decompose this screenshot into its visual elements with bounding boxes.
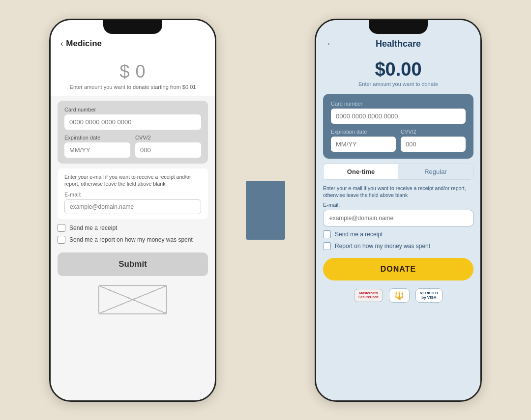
amount-section: $0.00 Enter amount you want to donate (316, 54, 480, 89)
cvv-label: CVV/2 (401, 129, 466, 135)
expiry-cvv-row: Expiration date CVV/2 (331, 129, 466, 152)
report-checkbox[interactable] (58, 236, 65, 244)
cvv-input[interactable] (401, 137, 466, 152)
phone-healthcare: ← Healthcare $0.00 Enter amount you want… (315, 19, 482, 402)
receipt-label: Send me a receipt (335, 231, 383, 238)
trident-icon: 🔱 (394, 291, 404, 300)
expiry-cvv-row: Expiration date CVV/2 (64, 135, 201, 158)
expiry-input[interactable] (331, 137, 396, 152)
expiry-input[interactable] (64, 142, 130, 158)
email-input[interactable] (323, 210, 473, 226)
frequency-toggle: One-time Regular (323, 164, 473, 180)
phone2-screen: ← Healthcare $0.00 Enter amount you want… (316, 20, 480, 400)
cvv-label: CVV/2 (135, 135, 201, 140)
cvv-field: CVV/2 (135, 135, 201, 158)
card-number-field: Card number (331, 101, 466, 124)
phone1-screen: ‹ Medicine $ 0 Enter amount you want to … (51, 20, 215, 400)
card-number-label: Card number (331, 101, 466, 107)
middle-divider (246, 181, 285, 240)
one-time-button[interactable]: One-time (324, 164, 398, 179)
page-title: Healthcare (376, 39, 421, 49)
payment-logos: MastercardSecureCode 🔱 VERIFIEDby VISA (316, 285, 480, 308)
card-number-label: Card number (64, 107, 201, 112)
receipt-checkbox-row[interactable]: Send me a receipt (323, 230, 473, 238)
donate-button[interactable]: DONATE (323, 258, 473, 280)
email-input[interactable] (64, 199, 201, 214)
page-title: Medicine (66, 39, 102, 49)
cvv-input[interactable] (135, 142, 201, 158)
receipt-hint: Enter your e-mail if you want to receive… (316, 185, 480, 202)
receipt-checkbox-row[interactable]: Send me a receipt (58, 224, 208, 232)
report-checkbox-row[interactable]: Send me a report on how my money was spe… (58, 236, 208, 244)
receipt-checkbox[interactable] (58, 224, 65, 232)
amount-section: $ 0 Enter amount you want to donate star… (51, 54, 215, 96)
report-label: Send me a report on how my money was spe… (69, 236, 193, 243)
report-checkbox-row[interactable]: Report on how my money was spent (323, 242, 473, 250)
phone-medicine: ‹ Medicine $ 0 Enter amount you want to … (49, 19, 216, 402)
phone2-header: ← Healthcare (316, 20, 480, 54)
card-form: Card number Expiration date CVV/2 (323, 94, 473, 159)
amount-display[interactable]: $ 0 (60, 61, 205, 82)
card-form: Card number Expiration date CVV/2 (58, 101, 208, 164)
placeholder-image (98, 285, 167, 314)
back-arrow-icon[interactable]: ← (326, 39, 335, 49)
amount-hint: Enter amount you want to donate (326, 81, 471, 87)
email-label: E-mail: (64, 192, 201, 197)
amount-display[interactable]: $0.00 (326, 59, 471, 80)
mastercard-logo: MastercardSecureCode (354, 289, 383, 302)
cvv-field: CVV/2 (401, 129, 466, 152)
receipt-hint: Enter your e-mail if you want to receive… (64, 173, 201, 188)
report-label: Report on how my money was spent (335, 243, 430, 250)
receipt-label: Send me a receipt (69, 224, 117, 231)
visa-verified-logo: VERIFIEDby VISA (415, 288, 442, 303)
expiry-field: Expiration date (331, 129, 396, 152)
regular-button[interactable]: Regular (398, 164, 473, 179)
receipt-checkbox[interactable] (323, 230, 331, 238)
amount-hint: Enter amount you want to donate starting… (60, 84, 205, 90)
card-number-input[interactable] (331, 109, 466, 124)
report-checkbox[interactable] (323, 242, 331, 250)
expiry-label: Expiration date (331, 129, 396, 135)
mastercard-label: MastercardSecureCode (358, 291, 379, 300)
email-section: Enter your e-mail if you want to receive… (58, 168, 208, 219)
visa-label: VERIFIEDby VISA (420, 291, 438, 300)
back-arrow-icon[interactable]: ‹ (60, 39, 63, 48)
card-number-field: Card number (64, 107, 201, 130)
submit-button[interactable]: Submit (58, 252, 208, 276)
phone1-header: ‹ Medicine (51, 20, 215, 54)
expiry-label: Expiration date (64, 135, 130, 140)
email-label: E-mail: (316, 202, 480, 210)
card-number-input[interactable] (64, 114, 201, 130)
expiry-field: Expiration date (64, 135, 130, 158)
trident-logo: 🔱 (389, 288, 410, 303)
